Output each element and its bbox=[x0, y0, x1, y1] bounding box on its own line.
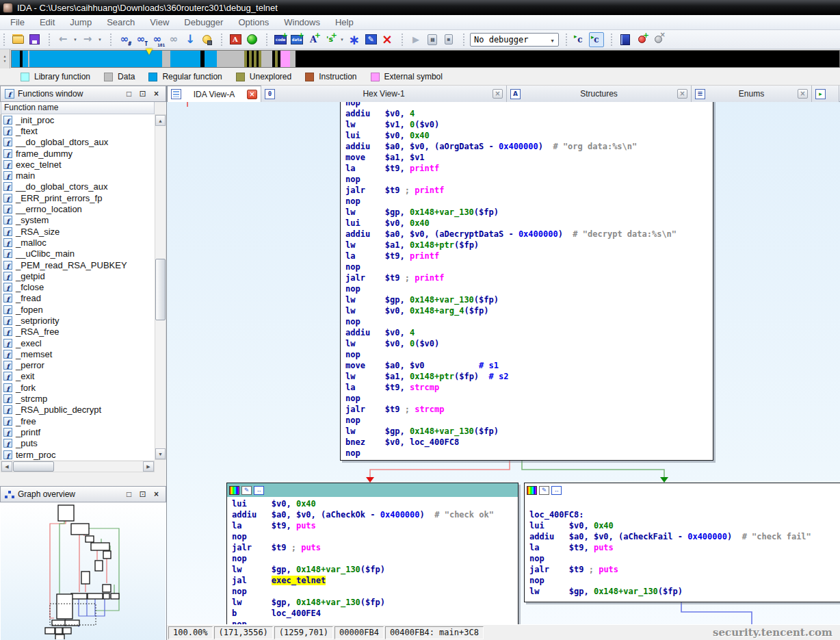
code-line[interactable]: nop bbox=[345, 196, 713, 207]
code-line[interactable]: la $t9, puts bbox=[529, 542, 840, 553]
code-line[interactable]: move $a0, $v0 # s1 bbox=[345, 360, 713, 371]
breakpoint-delete-icon[interactable] bbox=[651, 32, 666, 47]
functions-horizontal-scrollbar[interactable]: ◀ ▶ bbox=[1, 461, 155, 472]
code-line[interactable]: lui $v0, 0x40 bbox=[345, 130, 713, 141]
code-line[interactable]: loc_400FC8: bbox=[529, 509, 840, 520]
basic-block-check-ok[interactable]: lui $v0, 0x40addiu $a0, $v0, (aCheckOk -… bbox=[226, 483, 519, 624]
code-line[interactable]: nop bbox=[345, 174, 713, 185]
code-line[interactable]: nop bbox=[529, 553, 840, 564]
nav-band-scroll-strip[interactable]: ▲▼ bbox=[0, 49, 10, 68]
function-row[interactable]: __do_global_dtors_aux bbox=[1, 137, 155, 148]
menu-item-jump[interactable]: Jump bbox=[62, 16, 99, 29]
nav-forward-icon[interactable] bbox=[80, 32, 95, 47]
node-frame-icon[interactable] bbox=[254, 486, 264, 495]
code-line[interactable]: nop bbox=[345, 261, 713, 272]
function-row[interactable]: _getpid bbox=[1, 270, 155, 281]
code-line[interactable]: la $t9, strcmp bbox=[345, 382, 713, 393]
code-line[interactable]: lui $v0, 0x40 bbox=[232, 498, 518, 509]
tab-hex-view[interactable]: Hex View-1 bbox=[261, 86, 507, 102]
scroll-right-icon[interactable]: ▶ bbox=[143, 461, 154, 472]
scroll-left-icon[interactable]: ◀ bbox=[1, 461, 12, 472]
nav-band-segment[interactable] bbox=[280, 51, 290, 67]
code-line[interactable]: addiu $a0, $v0, (aOrgDataS - 0x400000) #… bbox=[345, 141, 713, 152]
function-row[interactable]: _init_proc bbox=[1, 114, 155, 125]
nav-forward-caret-icon[interactable] bbox=[96, 32, 103, 47]
function-row[interactable]: _ERR_print_errors_fp bbox=[1, 192, 155, 203]
code-line[interactable]: addiu $a0, $v0, (aCheckOk - 0x400000) # … bbox=[232, 509, 518, 520]
function-row[interactable]: _malloc bbox=[1, 237, 155, 248]
code-line[interactable]: lw $a1, 0x148+ptr($fp) # s2 bbox=[345, 371, 713, 382]
create-name-icon[interactable] bbox=[306, 32, 321, 47]
code-line[interactable]: jal exec_telnet bbox=[232, 575, 518, 586]
function-row[interactable]: __errno_location bbox=[1, 203, 155, 214]
code-line[interactable]: nop bbox=[529, 575, 840, 586]
close-icon[interactable] bbox=[151, 89, 161, 99]
code-line[interactable]: addiu $a0, $v0, (aCheckFail - 0x400000) … bbox=[529, 531, 840, 542]
code-line[interactable]: nop bbox=[232, 586, 518, 597]
code-line[interactable]: nop bbox=[345, 102, 713, 108]
run-to-cursor-icon[interactable] bbox=[589, 32, 604, 47]
save-icon[interactable] bbox=[27, 32, 42, 47]
debugger-select-caret-icon[interactable] bbox=[548, 35, 557, 44]
function-row[interactable]: _fclose bbox=[1, 281, 155, 292]
graph-canvas[interactable]: nopaddiu $v0, 4lw $v1, 0($v0)lui $v0, 0x… bbox=[167, 102, 840, 624]
menu-item-windows[interactable]: Windows bbox=[276, 16, 328, 29]
close-icon[interactable] bbox=[151, 489, 161, 500]
code-line[interactable]: la $t9, printf bbox=[345, 163, 713, 174]
search-binoculars-imm-icon[interactable] bbox=[150, 32, 165, 47]
float-icon[interactable] bbox=[137, 489, 148, 500]
nav-band-segment[interactable] bbox=[261, 51, 272, 67]
code-line[interactable]: nop bbox=[232, 553, 518, 564]
scroll-up-icon[interactable]: ▲ bbox=[155, 115, 166, 126]
code-line[interactable]: lw $gp, 0x148+var_130($fp) bbox=[345, 207, 713, 218]
nav-band-segment[interactable] bbox=[23, 51, 28, 67]
nav-band-segment[interactable] bbox=[217, 51, 244, 67]
code-line[interactable]: addiu $a0, $v0, (aDecryptDataS - 0x40000… bbox=[345, 229, 713, 240]
function-row[interactable]: exec_telnet bbox=[1, 159, 155, 170]
attach-process-icon[interactable] bbox=[573, 32, 588, 47]
graph-overview-titlebar[interactable]: Graph overview bbox=[0, 486, 166, 502]
code-line[interactable]: nop bbox=[345, 283, 713, 294]
anterior-asterisk-icon[interactable] bbox=[347, 32, 362, 47]
tab-new-window[interactable] bbox=[812, 86, 839, 102]
search-binoculars-next-icon[interactable] bbox=[166, 32, 181, 47]
menu-item-search[interactable]: Search bbox=[99, 16, 142, 29]
function-row[interactable]: _strcmp bbox=[1, 393, 155, 404]
create-data-icon[interactable] bbox=[289, 32, 304, 47]
code-line[interactable]: lw $v1, 0($v0) bbox=[345, 119, 713, 130]
code-line[interactable]: lw $a1, 0x148+ptr($fp) bbox=[345, 240, 713, 251]
nav-band-segment[interactable] bbox=[162, 51, 170, 67]
function-row[interactable]: frame_dummy bbox=[1, 148, 155, 159]
function-row[interactable]: _memset bbox=[1, 348, 155, 359]
code-line[interactable]: nop bbox=[345, 448, 713, 459]
code-line[interactable]: nop bbox=[345, 349, 713, 360]
code-line[interactable]: lw $v0, 0($v0) bbox=[345, 338, 713, 349]
menu-item-options[interactable]: Options bbox=[231, 16, 276, 29]
maximize-icon[interactable] bbox=[124, 489, 134, 500]
nav-back-icon[interactable] bbox=[55, 32, 70, 47]
menu-item-view[interactable]: View bbox=[142, 16, 176, 29]
code-line[interactable]: bnez $v0, loc_400FC8 bbox=[345, 437, 713, 448]
function-row[interactable]: _fopen bbox=[1, 304, 155, 315]
code-line[interactable]: lw $gp, 0x148+var_130($fp) bbox=[232, 564, 518, 575]
function-row[interactable]: _PEM_read_RSA_PUBKEY bbox=[1, 259, 155, 270]
node-edit-icon[interactable] bbox=[539, 486, 549, 495]
code-line[interactable]: jalr $t9 ; puts bbox=[232, 542, 518, 553]
function-row[interactable]: main bbox=[1, 170, 155, 181]
tab-close-icon[interactable] bbox=[493, 89, 503, 99]
function-row[interactable]: _exit bbox=[1, 371, 155, 382]
function-row[interactable]: _RSA_free bbox=[1, 327, 155, 337]
scroll-down-icon[interactable]: ▼ bbox=[155, 448, 166, 459]
function-row[interactable]: _ftext bbox=[1, 125, 155, 136]
debug-pause-icon[interactable] bbox=[425, 32, 440, 47]
function-row[interactable]: _RSA_public_decrypt bbox=[1, 405, 155, 415]
node-edit-icon[interactable] bbox=[241, 486, 252, 495]
code-line[interactable]: la $t9, printf bbox=[345, 251, 713, 261]
menu-item-debugger[interactable]: Debugger bbox=[176, 16, 231, 29]
code-line[interactable]: nop bbox=[232, 619, 518, 624]
node-header[interactable] bbox=[525, 483, 840, 497]
functions-vertical-scrollbar[interactable]: ▲ ▼ bbox=[155, 114, 166, 460]
function-row[interactable]: term_proc bbox=[1, 449, 155, 460]
function-row[interactable]: _free bbox=[1, 415, 155, 426]
create-code-icon[interactable] bbox=[273, 32, 288, 47]
